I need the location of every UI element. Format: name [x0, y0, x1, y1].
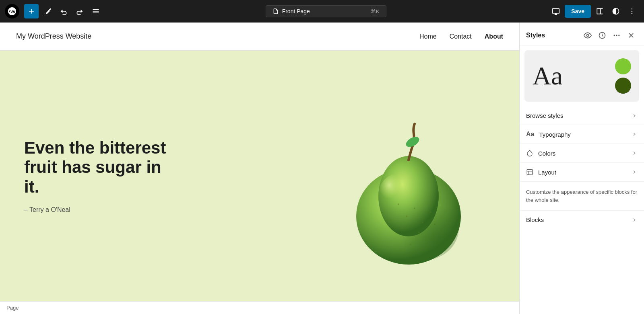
styles-preview-button[interactable] — [581, 29, 594, 42]
theme-toggle-button[interactable] — [609, 4, 623, 18]
add-block-button[interactable] — [24, 4, 39, 18]
chevron-right-typography-icon — [631, 131, 638, 138]
chevron-right-blocks-icon — [631, 217, 638, 223]
tools-button[interactable] — [40, 4, 55, 18]
pear-svg — [342, 80, 479, 273]
toolbar-right: Save — [549, 4, 639, 18]
typography-icon: Aa — [526, 131, 534, 138]
chevron-right-colors-icon — [631, 150, 638, 156]
more-vertical-icon — [628, 7, 636, 15]
hero-quote: Even the bitterest fruit has sugar in it… — [24, 138, 177, 197]
layout-item[interactable]: Layout — [520, 163, 644, 182]
color-dot-light — [615, 58, 631, 74]
eye-icon — [584, 31, 592, 39]
list-view-icon — [92, 7, 100, 15]
close-panel-button[interactable] — [625, 29, 638, 42]
panel-title: Styles — [526, 32, 545, 39]
more-options-button[interactable] — [625, 4, 639, 18]
colors-item[interactable]: Colors — [520, 144, 644, 163]
svg-point-22 — [614, 35, 615, 36]
nav-contact[interactable]: Contact — [450, 33, 472, 40]
svg-point-20 — [587, 35, 589, 37]
browse-styles-item[interactable]: Browse styles — [520, 107, 644, 125]
style-preview: Aa — [524, 50, 639, 102]
chevron-right-layout-icon — [631, 169, 638, 175]
undo-icon — [60, 7, 68, 15]
typography-item[interactable]: Aa Typography — [520, 125, 644, 144]
blocks-label: Blocks — [526, 216, 544, 223]
main-area: My WordPress Website Home Contact About … — [0, 23, 644, 314]
browse-styles-label: Browse styles — [526, 112, 564, 119]
chevron-right-icon — [631, 113, 638, 119]
save-button[interactable]: Save — [565, 5, 591, 18]
page-icon — [272, 8, 279, 14]
browse-styles-left: Browse styles — [526, 112, 564, 119]
typography-label: Typography — [539, 131, 570, 138]
monitor-icon — [552, 7, 560, 15]
site-header: My WordPress Website Home Contact About — [0, 23, 519, 51]
svg-point-24 — [618, 35, 619, 36]
style-preview-colors — [615, 58, 631, 94]
wp-logo-icon — [7, 6, 17, 16]
svg-rect-25 — [527, 169, 533, 175]
styles-history-button[interactable] — [596, 29, 609, 42]
close-icon — [627, 31, 635, 39]
history-icon — [598, 31, 606, 39]
layout-icon — [526, 168, 533, 176]
layout-label: Layout — [538, 169, 556, 176]
hero-text: Even the bitterest fruit has sugar in it… — [24, 138, 177, 213]
redo-icon — [76, 7, 84, 15]
contrast-icon — [612, 7, 620, 15]
styles-panel: Styles — [519, 23, 644, 314]
svg-point-0 — [632, 8, 633, 10]
toggle-sidebar-button[interactable] — [592, 4, 607, 18]
panel-description-text: Customize the appearance of specific blo… — [526, 189, 637, 203]
svg-point-18 — [378, 174, 415, 218]
hero-pear-image — [342, 80, 479, 273]
layout-left: Layout — [526, 168, 556, 176]
site-nav: Home Contact About — [419, 33, 503, 40]
status-label: Page — [6, 305, 19, 311]
page-title-button[interactable]: Front Page ⌘K — [266, 5, 386, 17]
svg-point-1 — [632, 11, 633, 12]
canvas-area: My WordPress Website Home Contact About … — [0, 23, 519, 314]
keyboard-shortcut: ⌘K — [371, 8, 380, 14]
colors-label: Colors — [538, 150, 555, 157]
styles-more-button[interactable] — [610, 29, 623, 42]
sidebar-icon — [596, 7, 604, 15]
undo-button[interactable] — [56, 4, 71, 18]
panel-header: Styles — [520, 23, 644, 45]
hero-author: – Terry a O'Neal — [24, 206, 177, 213]
pencil-icon — [43, 7, 52, 15]
site-title: My WordPress Website — [16, 32, 91, 41]
hero-section: Even the bitterest fruit has sugar in it… — [0, 51, 519, 301]
toolbar-center: Front Page ⌘K — [105, 5, 547, 17]
svg-point-2 — [632, 13, 633, 14]
blocks-item[interactable]: Blocks — [520, 210, 644, 229]
layout-grid-icon — [526, 168, 533, 176]
toolbar: Front Page ⌘K Save — [0, 0, 644, 23]
style-preview-aa-text: Aa — [533, 63, 563, 89]
panel-header-actions — [581, 29, 638, 42]
list-view-button[interactable] — [89, 4, 103, 18]
svg-point-23 — [616, 35, 617, 36]
plus-icon — [27, 7, 35, 15]
more-dots-icon — [613, 31, 621, 39]
droplet-icon — [526, 150, 533, 157]
typography-left: Aa Typography — [526, 131, 571, 138]
panel-description: Customize the appearance of specific blo… — [520, 182, 644, 210]
view-button[interactable] — [549, 4, 563, 18]
page-title-label: Front Page — [282, 8, 310, 14]
nav-about[interactable]: About — [485, 33, 503, 40]
colors-icon — [526, 150, 533, 157]
wp-logo[interactable] — [5, 4, 19, 18]
redo-button[interactable] — [72, 4, 87, 18]
colors-left: Colors — [526, 150, 555, 157]
nav-home[interactable]: Home — [419, 33, 437, 40]
color-dot-dark — [615, 78, 631, 94]
status-bar: Page — [0, 301, 519, 314]
